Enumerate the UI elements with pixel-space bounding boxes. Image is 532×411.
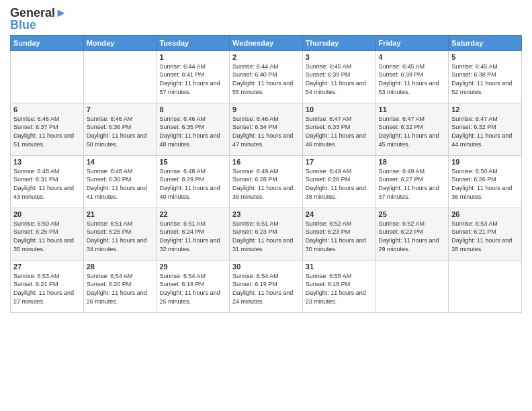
day-info: Sunrise: 6:45 AM Sunset: 6:39 PM Dayligh…	[306, 62, 373, 96]
day-info: Sunrise: 6:46 AM Sunset: 6:35 PM Dayligh…	[159, 115, 226, 148]
calendar-week-3: 13Sunrise: 6:48 AM Sunset: 6:31 PM Dayli…	[11, 155, 522, 208]
day-header-thursday: Thursday	[302, 35, 375, 50]
calendar-cell: 28Sunrise: 6:54 AM Sunset: 6:20 PM Dayli…	[83, 260, 157, 312]
day-number: 7	[87, 105, 154, 113]
calendar-cell: 18Sunrise: 6:49 AM Sunset: 6:27 PM Dayli…	[375, 155, 449, 208]
calendar-cell: 19Sunrise: 6:50 AM Sunset: 6:26 PM Dayli…	[449, 155, 522, 208]
day-number: 4	[379, 53, 446, 61]
day-number: 2	[232, 53, 300, 61]
day-info: Sunrise: 6:46 AM Sunset: 6:36 PM Dayligh…	[87, 115, 154, 148]
day-number: 31	[306, 263, 373, 271]
day-number: 8	[159, 105, 226, 113]
calendar-cell: 24Sunrise: 6:52 AM Sunset: 6:23 PM Dayli…	[302, 208, 375, 260]
calendar-cell: 14Sunrise: 6:48 AM Sunset: 6:30 PM Dayli…	[83, 155, 157, 208]
logo: General► Blue	[10, 7, 67, 31]
calendar-cell: 7Sunrise: 6:46 AM Sunset: 6:36 PM Daylig…	[83, 103, 157, 155]
calendar-cell	[83, 50, 157, 103]
day-info: Sunrise: 6:46 AM Sunset: 6:34 PM Dayligh…	[232, 115, 300, 148]
calendar-cell: 13Sunrise: 6:48 AM Sunset: 6:31 PM Dayli…	[11, 155, 84, 208]
calendar-cell	[11, 50, 84, 103]
day-number: 30	[232, 263, 300, 271]
day-number: 11	[379, 105, 446, 113]
day-number: 9	[232, 105, 300, 113]
day-info: Sunrise: 6:51 AM Sunset: 6:25 PM Dayligh…	[87, 220, 154, 253]
day-number: 12	[451, 105, 519, 113]
calendar-cell: 10Sunrise: 6:47 AM Sunset: 6:33 PM Dayli…	[302, 103, 375, 155]
calendar-cell: 21Sunrise: 6:51 AM Sunset: 6:25 PM Dayli…	[83, 208, 157, 260]
day-info: Sunrise: 6:50 AM Sunset: 6:25 PM Dayligh…	[13, 220, 81, 253]
day-info: Sunrise: 6:45 AM Sunset: 6:39 PM Dayligh…	[379, 62, 446, 96]
day-info: Sunrise: 6:54 AM Sunset: 6:19 PM Dayligh…	[159, 272, 226, 306]
calendar-cell: 1Sunrise: 6:44 AM Sunset: 6:41 PM Daylig…	[157, 50, 230, 103]
day-info: Sunrise: 6:49 AM Sunset: 6:27 PM Dayligh…	[379, 167, 446, 201]
calendar-cell: 17Sunrise: 6:49 AM Sunset: 6:28 PM Dayli…	[302, 155, 375, 208]
logo-blue: Blue	[10, 19, 36, 31]
calendar-cell: 16Sunrise: 6:49 AM Sunset: 6:28 PM Dayli…	[230, 155, 303, 208]
calendar-week-1: 1Sunrise: 6:44 AM Sunset: 6:41 PM Daylig…	[11, 50, 522, 103]
day-info: Sunrise: 6:48 AM Sunset: 6:31 PM Dayligh…	[13, 167, 81, 201]
calendar-cell: 12Sunrise: 6:47 AM Sunset: 6:32 PM Dayli…	[449, 103, 522, 155]
calendar-week-5: 27Sunrise: 6:53 AM Sunset: 6:21 PM Dayli…	[11, 260, 522, 312]
page: General► Blue SundayMondayTuesdayWednesd…	[0, 0, 532, 411]
day-number: 28	[87, 263, 154, 271]
calendar-cell: 25Sunrise: 6:52 AM Sunset: 6:22 PM Dayli…	[375, 208, 449, 260]
calendar-cell: 4Sunrise: 6:45 AM Sunset: 6:39 PM Daylig…	[375, 50, 449, 103]
day-info: Sunrise: 6:47 AM Sunset: 6:32 PM Dayligh…	[379, 115, 446, 148]
day-info: Sunrise: 6:54 AM Sunset: 6:19 PM Dayligh…	[232, 272, 300, 306]
calendar-header: SundayMondayTuesdayWednesdayThursdayFrid…	[11, 35, 522, 50]
header: General► Blue	[10, 7, 522, 31]
day-info: Sunrise: 6:51 AM Sunset: 6:23 PM Dayligh…	[232, 220, 300, 253]
day-header-sunday: Sunday	[11, 35, 84, 50]
day-number: 19	[451, 158, 519, 166]
day-header-saturday: Saturday	[449, 35, 522, 50]
calendar-week-4: 20Sunrise: 6:50 AM Sunset: 6:25 PM Dayli…	[11, 208, 522, 260]
day-info: Sunrise: 6:47 AM Sunset: 6:32 PM Dayligh…	[451, 115, 519, 148]
day-info: Sunrise: 6:44 AM Sunset: 6:41 PM Dayligh…	[159, 62, 226, 96]
day-number: 18	[379, 158, 446, 166]
day-number: 16	[232, 158, 300, 166]
calendar-body: 1Sunrise: 6:44 AM Sunset: 6:41 PM Daylig…	[11, 50, 522, 312]
calendar-cell	[449, 260, 522, 312]
calendar-cell: 15Sunrise: 6:48 AM Sunset: 6:29 PM Dayli…	[157, 155, 230, 208]
day-info: Sunrise: 6:48 AM Sunset: 6:29 PM Dayligh…	[159, 167, 226, 201]
day-number: 23	[232, 210, 300, 218]
day-number: 5	[451, 53, 519, 61]
day-number: 22	[159, 210, 226, 218]
day-number: 21	[87, 210, 154, 218]
day-info: Sunrise: 6:44 AM Sunset: 6:40 PM Dayligh…	[232, 62, 300, 96]
day-header-friday: Friday	[375, 35, 449, 50]
calendar-cell: 20Sunrise: 6:50 AM Sunset: 6:25 PM Dayli…	[11, 208, 84, 260]
day-number: 3	[306, 53, 373, 61]
day-number: 27	[13, 263, 81, 271]
day-number: 14	[87, 158, 154, 166]
day-number: 6	[13, 105, 81, 113]
day-info: Sunrise: 6:46 AM Sunset: 6:37 PM Dayligh…	[13, 115, 81, 148]
calendar-cell: 31Sunrise: 6:55 AM Sunset: 6:18 PM Dayli…	[302, 260, 375, 312]
day-info: Sunrise: 6:45 AM Sunset: 6:38 PM Dayligh…	[451, 62, 519, 96]
calendar-cell: 29Sunrise: 6:54 AM Sunset: 6:19 PM Dayli…	[157, 260, 230, 312]
day-info: Sunrise: 6:49 AM Sunset: 6:28 PM Dayligh…	[232, 167, 300, 201]
day-info: Sunrise: 6:53 AM Sunset: 6:21 PM Dayligh…	[13, 272, 81, 306]
day-header-monday: Monday	[83, 35, 157, 50]
day-header-wednesday: Wednesday	[230, 35, 303, 50]
calendar-cell	[375, 260, 449, 312]
day-info: Sunrise: 6:51 AM Sunset: 6:24 PM Dayligh…	[159, 220, 226, 253]
day-number: 13	[13, 158, 81, 166]
calendar-cell: 11Sunrise: 6:47 AM Sunset: 6:32 PM Dayli…	[375, 103, 449, 155]
calendar-cell: 27Sunrise: 6:53 AM Sunset: 6:21 PM Dayli…	[11, 260, 84, 312]
calendar-cell: 26Sunrise: 6:53 AM Sunset: 6:21 PM Dayli…	[449, 208, 522, 260]
calendar-cell: 22Sunrise: 6:51 AM Sunset: 6:24 PM Dayli…	[157, 208, 230, 260]
day-info: Sunrise: 6:54 AM Sunset: 6:20 PM Dayligh…	[87, 272, 154, 306]
day-info: Sunrise: 6:47 AM Sunset: 6:33 PM Dayligh…	[306, 115, 373, 148]
calendar-cell: 8Sunrise: 6:46 AM Sunset: 6:35 PM Daylig…	[157, 103, 230, 155]
day-number: 1	[159, 53, 226, 61]
day-number: 25	[379, 210, 446, 218]
day-info: Sunrise: 6:49 AM Sunset: 6:28 PM Dayligh…	[306, 167, 373, 201]
day-number: 17	[306, 158, 373, 166]
calendar-cell: 30Sunrise: 6:54 AM Sunset: 6:19 PM Dayli…	[230, 260, 303, 312]
calendar-cell: 2Sunrise: 6:44 AM Sunset: 6:40 PM Daylig…	[230, 50, 303, 103]
day-info: Sunrise: 6:53 AM Sunset: 6:21 PM Dayligh…	[451, 220, 519, 253]
day-number: 24	[306, 210, 373, 218]
day-number: 26	[451, 210, 519, 218]
calendar-cell: 3Sunrise: 6:45 AM Sunset: 6:39 PM Daylig…	[302, 50, 375, 103]
